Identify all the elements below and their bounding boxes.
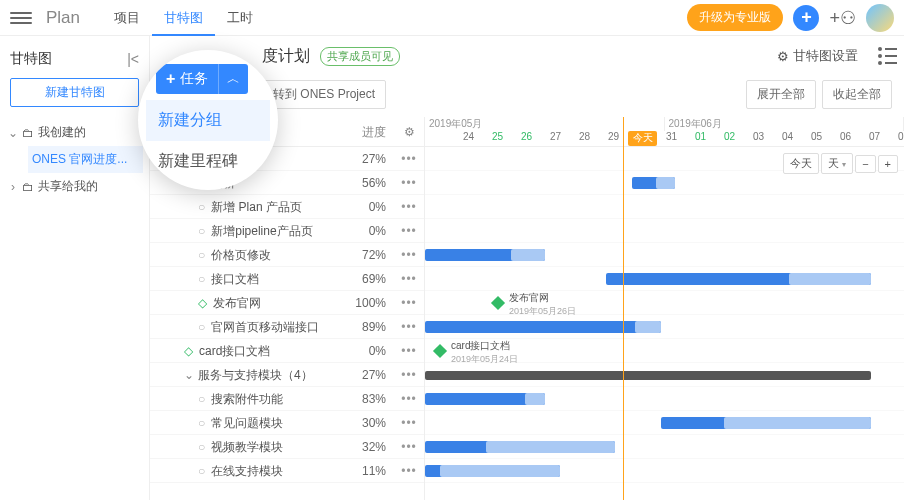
task-label: 视频教学模块 (211, 440, 283, 454)
milestone-marker[interactable] (435, 344, 445, 359)
task-more-icon[interactable]: ••• (394, 195, 424, 218)
gantt-bar-remaining (511, 249, 545, 261)
nav-tab-0[interactable]: 项目 (102, 0, 152, 36)
task-more-icon[interactable]: ••• (394, 435, 424, 458)
transfer-button[interactable]: 转到 ONES Project (262, 80, 386, 109)
task-row[interactable]: ○新增pipeline产品页0%••• (150, 219, 424, 243)
task-progress: 30% (334, 411, 394, 434)
gantt-row (425, 315, 904, 339)
task-progress: 83% (334, 387, 394, 410)
day-cell: 06 (831, 131, 860, 146)
milestone-marker[interactable] (493, 296, 503, 311)
task-more-icon[interactable]: ••• (394, 411, 424, 434)
expand-all-button[interactable]: 展开全部 (746, 80, 816, 109)
milestone-label: 发布官网2019年05月26日 (509, 291, 576, 318)
month-label: 2019年06月 (665, 117, 905, 131)
upgrade-button[interactable]: 升级为专业版 (687, 4, 783, 31)
task-row[interactable]: ○视频教学模块32%••• (150, 435, 424, 459)
sidebar-title: 甘特图 (10, 50, 52, 68)
zoom-in-button[interactable]: + (878, 155, 898, 173)
gantt-row (425, 195, 904, 219)
list-view-icon[interactable] (868, 44, 892, 68)
gantt-row (425, 387, 904, 411)
menu-icon[interactable] (10, 7, 32, 29)
gantt-row: 发布官网2019年05月26日 (425, 291, 904, 315)
task-more-icon[interactable]: ••• (394, 171, 424, 194)
gantt-row (425, 267, 904, 291)
sidebar-group-1[interactable]: ›🗀共享给我的 (6, 173, 143, 200)
magnifier-overlay: + 任务 ︿ 新建分组新建里程碑 (138, 50, 278, 190)
task-more-icon[interactable]: ••• (394, 339, 424, 362)
day-cell: 31 (657, 131, 686, 146)
avatar[interactable] (866, 4, 894, 32)
day-cell: 25 (483, 131, 512, 146)
task-more-icon[interactable]: ••• (394, 315, 424, 338)
task-progress: 0% (334, 195, 394, 218)
day-cell: 24 (454, 131, 483, 146)
collapse-sidebar-icon[interactable]: |< (127, 51, 139, 67)
progress-header: 进度 (334, 117, 394, 146)
gantt-group-bar[interactable] (425, 371, 871, 380)
sidebar-item-0-0[interactable]: ONES 官网进度... (28, 146, 143, 173)
day-cell: 02 (715, 131, 744, 146)
task-more-icon[interactable]: ••• (394, 147, 424, 170)
day-cell: 今天 (628, 131, 657, 146)
add-task-button[interactable]: + 任务 (156, 64, 218, 94)
nav-tab-2[interactable]: 工时 (215, 0, 265, 36)
day-cell: 27 (541, 131, 570, 146)
task-row[interactable]: ○价格页修改72%••• (150, 243, 424, 267)
nav-tab-1[interactable]: 甘特图 (152, 0, 215, 36)
task-row[interactable]: ○官网首页移动端接口89%••• (150, 315, 424, 339)
sidebar-group-0[interactable]: ⌄🗀我创建的 (6, 119, 143, 146)
day-cell: 28 (570, 131, 599, 146)
task-more-icon[interactable]: ••• (394, 219, 424, 242)
task-more-icon[interactable]: ••• (394, 291, 424, 314)
day-cell: 03 (744, 131, 773, 146)
task-more-icon[interactable]: ••• (394, 363, 424, 386)
gantt-row (425, 459, 904, 483)
plus-icon: + (166, 70, 175, 88)
task-more-icon[interactable]: ••• (394, 267, 424, 290)
task-row[interactable]: ○接口文档69%••• (150, 267, 424, 291)
task-label: 发布官网 (213, 296, 261, 310)
task-row[interactable]: ○搜索附件功能83%••• (150, 387, 424, 411)
day-cell: 04 (773, 131, 802, 146)
gantt-bar[interactable] (425, 321, 661, 333)
task-progress: 11% (334, 459, 394, 482)
task-row[interactable]: ◇card接口文档0%••• (150, 339, 424, 363)
today-button[interactable]: 今天 (783, 153, 819, 174)
add-icon[interactable]: + (793, 5, 819, 31)
time-unit-select[interactable]: 天▾ (821, 153, 853, 174)
day-cell: 01 (686, 131, 715, 146)
task-progress: 72% (334, 243, 394, 266)
task-row[interactable]: ⌄服务与支持模块（4）27%••• (150, 363, 424, 387)
task-more-icon[interactable]: ••• (394, 459, 424, 482)
task-progress: 69% (334, 267, 394, 290)
task-progress: 89% (334, 315, 394, 338)
gantt-bar-remaining (724, 417, 871, 429)
add-task-dropdown-toggle[interactable]: ︿ (218, 64, 248, 94)
task-label: 服务与支持模块（4） (198, 368, 313, 382)
gantt-bar-remaining (635, 321, 661, 333)
gantt-settings-button[interactable]: ⚙ 甘特图设置 (777, 47, 858, 65)
column-settings-icon[interactable]: ⚙ (394, 117, 424, 146)
task-label: 在线支持模块 (211, 464, 283, 478)
task-label: 接口文档 (211, 272, 259, 286)
milestone-label: card接口文档2019年05月24日 (451, 339, 518, 366)
task-progress: 56% (334, 171, 394, 194)
gantt-bar-remaining (440, 465, 560, 477)
task-row[interactable]: ○常见问题模块30%••• (150, 411, 424, 435)
new-gantt-button[interactable]: 新建甘特图 (10, 78, 139, 107)
add-user-icon[interactable]: +⚇ (829, 7, 856, 29)
task-row[interactable]: ◇发布官网100%••• (150, 291, 424, 315)
collapse-all-button[interactable]: 收起全部 (822, 80, 892, 109)
task-more-icon[interactable]: ••• (394, 387, 424, 410)
task-progress: 27% (334, 147, 394, 170)
task-label: 搜索附件功能 (211, 392, 283, 406)
day-cell: 07 (860, 131, 889, 146)
task-row[interactable]: ○在线支持模块11%••• (150, 459, 424, 483)
task-row[interactable]: ○新增 Plan 产品页0%••• (150, 195, 424, 219)
task-more-icon[interactable]: ••• (394, 243, 424, 266)
dropdown-item-0[interactable]: 新建分组 (146, 100, 270, 141)
zoom-out-button[interactable]: − (855, 155, 875, 173)
